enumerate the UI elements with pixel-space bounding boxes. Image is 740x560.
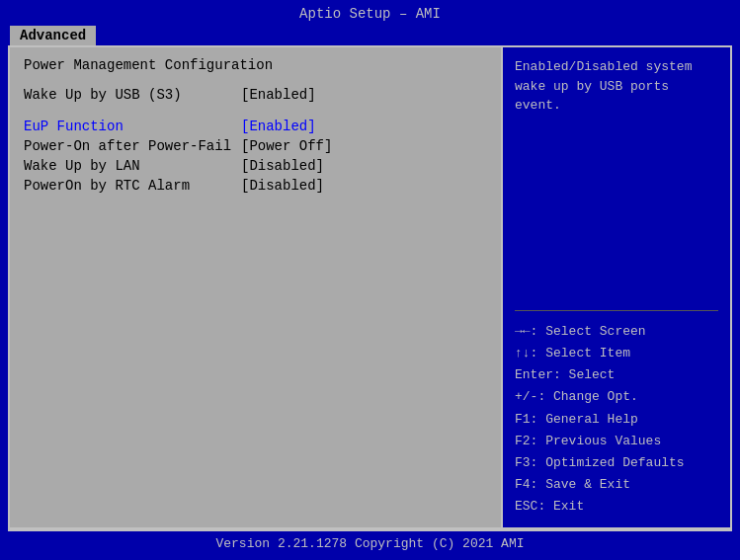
- footer: Version 2.21.1278 Copyright (C) 2021 AMI: [8, 529, 732, 556]
- shortcut-esc: ESC: Exit: [515, 496, 718, 518]
- title-bar: Aptio Setup – AMI: [0, 0, 740, 24]
- tab-advanced[interactable]: Advanced: [10, 26, 96, 45]
- shortcuts: →←: Select Screen ↑↓: Select Item Enter:…: [515, 321, 718, 518]
- label-poweron-rtc: PowerOn by RTC Alarm: [24, 178, 241, 194]
- shortcut-select-screen: →←: Select Screen: [515, 321, 718, 343]
- row-wake-up-lan[interactable]: Wake Up by LAN [Disabled]: [24, 158, 487, 174]
- label-wake-up-lan: Wake Up by LAN: [24, 158, 241, 174]
- version-text: Version 2.21.1278 Copyright (C) 2021 AMI: [215, 536, 524, 551]
- screen: Aptio Setup – AMI Advanced Power Managem…: [0, 0, 740, 560]
- value-wake-up-usb: [Enabled]: [241, 87, 316, 103]
- row-wake-up-usb[interactable]: Wake Up by USB (S3) [Enabled]: [24, 87, 487, 103]
- value-eup-function: [Enabled]: [241, 119, 316, 134]
- app-title: Aptio Setup – AMI: [299, 6, 441, 22]
- shortcut-enter: Enter: Select: [515, 364, 718, 386]
- value-poweron-rtc: [Disabled]: [241, 178, 324, 194]
- shortcut-f1: F1: General Help: [515, 409, 718, 431]
- shortcut-select-item: ↑↓: Select Item: [515, 343, 718, 364]
- shortcut-f2: F2: Previous Values: [515, 431, 718, 452]
- tab-row: Advanced: [0, 24, 740, 45]
- help-text: Enabled/Disabled system wake up by USB p…: [515, 57, 718, 311]
- shortcut-f4: F4: Save & Exit: [515, 474, 718, 496]
- row-power-on-after-fail[interactable]: Power-On after Power-Fail [Power Off]: [24, 138, 487, 154]
- shortcut-change-opt: +/-: Change Opt.: [515, 386, 718, 408]
- value-wake-up-lan: [Disabled]: [241, 158, 324, 174]
- main-content: Power Management Configuration Wake Up b…: [8, 45, 732, 529]
- value-power-on-after-fail: [Power Off]: [241, 138, 332, 154]
- left-panel: Power Management Configuration Wake Up b…: [10, 47, 503, 527]
- row-eup-function[interactable]: EuP Function [Enabled]: [24, 119, 487, 134]
- section-title: Power Management Configuration: [24, 57, 487, 73]
- row-empty: [24, 107, 487, 115]
- label-power-on-after-fail: Power-On after Power-Fail: [24, 138, 241, 154]
- shortcut-f3: F3: Optimized Defaults: [515, 452, 718, 474]
- label-wake-up-usb: Wake Up by USB (S3): [24, 87, 241, 103]
- label-eup-function: EuP Function: [24, 119, 241, 134]
- right-panel: Enabled/Disabled system wake up by USB p…: [503, 47, 730, 527]
- row-poweron-rtc[interactable]: PowerOn by RTC Alarm [Disabled]: [24, 178, 487, 194]
